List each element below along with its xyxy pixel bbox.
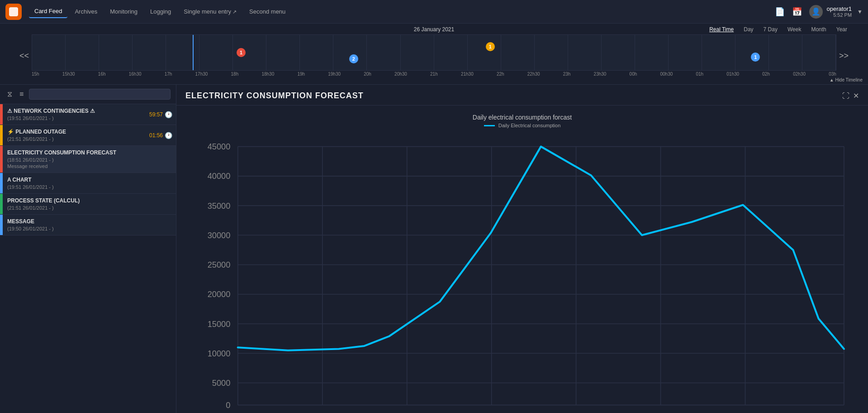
user-name: operator1 <box>826 5 852 12</box>
detail-chart-area: Daily electrical consumption forcast Dai… <box>176 106 868 413</box>
clock-icon: 🕐 <box>165 132 172 139</box>
sidebar: ⧖ ≡ ⚠ NETWORK CONTINGENCIES ⚠ (19:51 26/… <box>0 85 176 413</box>
close-button[interactable]: ✕ <box>853 91 859 100</box>
card-process-state[interactable]: PROCESS STATE (CALCUL) (21:51 26/01/2021… <box>0 194 176 215</box>
top-navigation: Card Feed Archives Monitoring Logging Si… <box>0 0 868 24</box>
main-content: ⧖ ≡ ⚠ NETWORK CONTINGENCIES ⚠ (19:51 26/… <box>0 85 868 413</box>
card-message[interactable]: MESSAGE (19:50 26/01/2021 - ) <box>0 215 176 235</box>
svg-text:8h: 8h <box>403 411 412 413</box>
detail-title: ELECTRICITY CONSUMPTION FORECAST <box>185 91 364 101</box>
svg-text:5000: 5000 <box>212 379 230 388</box>
time-btn-realtime[interactable]: Real Time <box>707 25 736 34</box>
legend-color-swatch <box>484 125 495 126</box>
card-title: PROCESS STATE (CALCUL) <box>7 197 171 204</box>
timeline-date: 26 January 2021 <box>414 26 454 33</box>
timeline-event-2[interactable]: 1 <box>486 42 495 51</box>
svg-text:16h: 16h <box>569 411 583 413</box>
card-body: PROCESS STATE (CALCUL) (21:51 26/01/2021… <box>3 194 176 214</box>
card-title: A CHART <box>7 177 171 183</box>
timer-value: 01:56 <box>149 132 163 139</box>
time-btn-week[interactable]: Week <box>785 25 804 34</box>
timeline-event-3[interactable]: 2 <box>349 54 358 63</box>
card-subtitle: (21:51 26/01/2021 - ) <box>7 205 171 211</box>
timeline: 26 January 2021 Real Time Day 7 Day Week… <box>0 24 868 85</box>
nav-single-menu[interactable]: Single menu entry <box>178 5 242 18</box>
svg-text:25000: 25000 <box>208 260 231 269</box>
user-info: operator1 5:52 PM <box>826 5 852 18</box>
svg-text:0h: 0h <box>233 411 242 413</box>
time-btn-month[interactable]: Month <box>808 25 829 34</box>
card-list: ⚠ NETWORK CONTINGENCIES ⚠ (19:51 26/01/2… <box>0 104 176 413</box>
time-btn-day[interactable]: Day <box>741 25 756 34</box>
chart-svg: 45000 40000 35000 30000 25000 20000 1500… <box>185 132 859 413</box>
chart-legend: Daily Electrical consumption <box>185 123 859 128</box>
card-subtitle: (18:51 26/01/2021 - ) <box>7 157 171 163</box>
card-title: ⚠ NETWORK CONTINGENCIES ⚠ <box>7 108 141 114</box>
svg-text:4h: 4h <box>318 411 327 413</box>
detail-header-actions: ⛶ ✕ <box>842 91 859 100</box>
user-dropdown-icon: ▼ <box>857 9 863 15</box>
expand-button[interactable]: ⛶ <box>842 91 849 100</box>
card-timer: 01:56 🕐 <box>146 128 176 143</box>
card-body: A CHART (19:51 26/01/2021 - ) <box>3 173 176 193</box>
app-logo[interactable] <box>5 4 22 20</box>
timeline-labels: 15h15h3016h16h3017h 17h3018h18h3019h19h3… <box>32 71 836 77</box>
nav-logging[interactable]: Logging <box>145 5 176 18</box>
card-subtitle: (19:51 26/01/2021 - ) <box>7 115 141 121</box>
document-icon[interactable]: 📄 <box>775 7 785 17</box>
user-time: 5:52 PM <box>826 12 852 18</box>
topnav-right: 📄 📅 👤 operator1 5:52 PM ▼ <box>775 5 863 19</box>
svg-text:20h: 20h <box>654 411 667 413</box>
timeline-nav-right[interactable]: >> <box>835 51 852 60</box>
card-body: ELECTRICITY CONSUMPTION FORECAST (18:51 … <box>3 146 176 173</box>
time-btn-year[interactable]: Year <box>834 25 850 34</box>
svg-text:24h: 24h <box>738 411 752 413</box>
card-body: ⚡ PLANNED OUTAGE (21:51 26/01/2021 - ) <box>3 125 146 145</box>
card-message: Message received <box>7 163 171 169</box>
search-input[interactable] <box>29 89 171 100</box>
card-title: MESSAGE <box>7 218 171 225</box>
legend-label: Daily Electrical consumption <box>498 123 561 128</box>
card-title: ⚡ PLANNED OUTAGE <box>7 129 141 135</box>
svg-text:20000: 20000 <box>208 290 231 299</box>
nav-card-feed[interactable]: Card Feed <box>29 5 67 18</box>
filter-button[interactable]: ⧖ <box>5 88 14 100</box>
svg-text:15000: 15000 <box>208 320 231 329</box>
chart-title: Daily electrical consumption forcast <box>185 110 859 123</box>
svg-text:10000: 10000 <box>208 349 231 358</box>
calendar-icon[interactable]: 📅 <box>792 7 802 17</box>
svg-text:0: 0 <box>226 401 230 410</box>
nav-archives[interactable]: Archives <box>69 5 103 18</box>
sort-button[interactable]: ≡ <box>18 88 25 100</box>
avatar: 👤 <box>809 5 823 19</box>
timeline-event-1[interactable]: 1 <box>237 48 246 57</box>
svg-text:35000: 35000 <box>208 202 231 211</box>
svg-text:12h: 12h <box>484 411 498 413</box>
detail-header: ELECTRICITY CONSUMPTION FORECAST ⛶ ✕ <box>176 85 868 106</box>
sidebar-toolbar: ⧖ ≡ <box>0 85 176 104</box>
chart-wrapper: Daily electrical consumption forcast Dai… <box>185 110 859 413</box>
card-subtitle: (19:51 26/01/2021 - ) <box>7 184 171 190</box>
svg-text:40000: 40000 <box>208 172 231 181</box>
nav-second-menu[interactable]: Second menu <box>244 5 291 18</box>
card-subtitle: (19:50 26/01/2021 - ) <box>7 226 171 231</box>
time-btn-7day[interactable]: 7 Day <box>761 25 780 34</box>
detail-panel: ELECTRICITY CONSUMPTION FORECAST ⛶ ✕ Dai… <box>176 85 868 413</box>
card-a-chart[interactable]: A CHART (19:51 26/01/2021 - ) <box>0 173 176 194</box>
timeline-chart: 26/01/21 17:52 1 1 2 1 <box>32 34 836 71</box>
svg-text:45000: 45000 <box>208 142 231 151</box>
hide-timeline-button[interactable]: ▲ Hide Timeline <box>830 77 863 82</box>
card-body: ⚠ NETWORK CONTINGENCIES ⚠ (19:51 26/01/2… <box>3 104 146 125</box>
card-network-contingencies[interactable]: ⚠ NETWORK CONTINGENCIES ⚠ (19:51 26/01/2… <box>0 104 176 125</box>
card-subtitle: (21:51 26/01/2021 - ) <box>7 136 141 142</box>
card-planned-outage[interactable]: ⚡ PLANNED OUTAGE (21:51 26/01/2021 - ) 0… <box>0 125 176 146</box>
timer-value: 59:57 <box>149 111 163 118</box>
user-menu[interactable]: 👤 operator1 5:52 PM ▼ <box>809 5 863 19</box>
svg-text:30000: 30000 <box>208 231 231 240</box>
card-title: ELECTRICITY CONSUMPTION FORECAST <box>7 149 171 156</box>
card-body: MESSAGE (19:50 26/01/2021 - ) <box>3 215 176 235</box>
nav-monitoring[interactable]: Monitoring <box>104 5 143 18</box>
timeline-nav-left[interactable]: << <box>16 51 33 60</box>
card-electricity-forecast[interactable]: ELECTRICITY CONSUMPTION FORECAST (18:51 … <box>0 146 176 173</box>
card-timer: 59:57 🕐 <box>146 107 176 122</box>
